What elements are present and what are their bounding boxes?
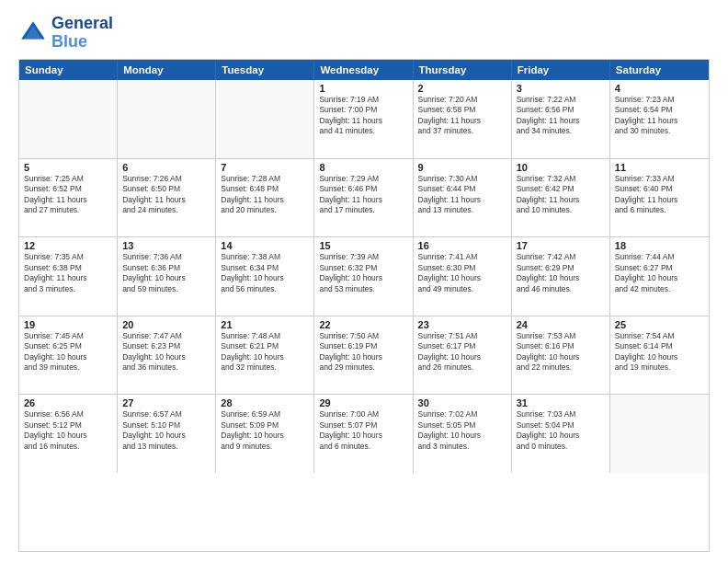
cal-cell: 15Sunrise: 7:39 AM Sunset: 6:32 PM Dayli…	[314, 237, 413, 315]
cal-cell: 18Sunrise: 7:44 AM Sunset: 6:27 PM Dayli…	[610, 237, 709, 315]
cal-cell: 13Sunrise: 7:36 AM Sunset: 6:36 PM Dayli…	[118, 237, 216, 315]
day-info: Sunrise: 6:57 AM Sunset: 5:10 PM Dayligh…	[122, 409, 210, 452]
day-info: Sunrise: 6:56 AM Sunset: 5:12 PM Dayligh…	[24, 409, 112, 452]
cal-cell: 22Sunrise: 7:50 AM Sunset: 6:19 PM Dayli…	[314, 316, 413, 394]
day-number: 17	[517, 240, 605, 251]
day-number: 28	[221, 397, 309, 408]
day-info: Sunrise: 7:28 AM Sunset: 6:48 PM Dayligh…	[221, 174, 309, 216]
weekday-wednesday: Wednesday	[314, 60, 413, 80]
day-number: 7	[221, 162, 309, 173]
cal-cell: 7Sunrise: 7:28 AM Sunset: 6:48 PM Daylig…	[216, 159, 314, 236]
cal-cell: 14Sunrise: 7:38 AM Sunset: 6:34 PM Dayli…	[216, 237, 314, 315]
cal-cell: 29Sunrise: 7:00 AM Sunset: 5:07 PM Dayli…	[314, 395, 413, 472]
cal-cell: 24Sunrise: 7:53 AM Sunset: 6:16 PM Dayli…	[512, 316, 610, 394]
day-info: Sunrise: 7:19 AM Sunset: 7:00 PM Dayligh…	[319, 95, 407, 137]
cal-row-1: 5Sunrise: 7:25 AM Sunset: 6:52 PM Daylig…	[19, 158, 709, 236]
day-number: 16	[418, 240, 506, 251]
weekday-thursday: Thursday	[414, 60, 512, 80]
day-number: 23	[418, 319, 506, 330]
day-number: 26	[24, 397, 112, 408]
cal-row-3: 19Sunrise: 7:45 AM Sunset: 6:25 PM Dayli…	[19, 316, 709, 394]
day-info: Sunrise: 7:03 AM Sunset: 5:04 PM Dayligh…	[517, 409, 605, 452]
weekday-tuesday: Tuesday	[216, 60, 314, 80]
day-info: Sunrise: 6:59 AM Sunset: 5:09 PM Dayligh…	[221, 409, 309, 452]
cal-cell: 6Sunrise: 7:26 AM Sunset: 6:50 PM Daylig…	[118, 159, 216, 236]
day-info: Sunrise: 7:20 AM Sunset: 6:58 PM Dayligh…	[418, 95, 506, 137]
cal-cell: 16Sunrise: 7:41 AM Sunset: 6:30 PM Dayli…	[414, 237, 512, 315]
cal-cell: 31Sunrise: 7:03 AM Sunset: 5:04 PM Dayli…	[512, 395, 610, 472]
cal-cell: 20Sunrise: 7:47 AM Sunset: 6:23 PM Dayli…	[118, 316, 216, 394]
cal-cell: 4Sunrise: 7:23 AM Sunset: 6:54 PM Daylig…	[610, 80, 709, 158]
cal-cell: 23Sunrise: 7:51 AM Sunset: 6:17 PM Dayli…	[414, 316, 512, 394]
day-number: 24	[517, 319, 605, 330]
cal-cell	[216, 80, 314, 158]
day-info: Sunrise: 7:23 AM Sunset: 6:54 PM Dayligh…	[615, 95, 704, 137]
header: General Blue	[18, 15, 710, 52]
day-number: 6	[122, 162, 210, 173]
cal-row-4: 26Sunrise: 6:56 AM Sunset: 5:12 PM Dayli…	[19, 394, 709, 472]
cal-cell: 10Sunrise: 7:32 AM Sunset: 6:42 PM Dayli…	[512, 159, 610, 236]
day-number: 8	[319, 162, 407, 173]
cal-cell: 2Sunrise: 7:20 AM Sunset: 6:58 PM Daylig…	[414, 80, 512, 158]
cal-cell: 17Sunrise: 7:42 AM Sunset: 6:29 PM Dayli…	[512, 237, 610, 315]
logo-icon	[18, 18, 48, 48]
day-info: Sunrise: 7:53 AM Sunset: 6:16 PM Dayligh…	[517, 331, 605, 373]
day-info: Sunrise: 7:39 AM Sunset: 6:32 PM Dayligh…	[319, 252, 407, 294]
cal-cell: 28Sunrise: 6:59 AM Sunset: 5:09 PM Dayli…	[216, 395, 314, 472]
cal-cell	[19, 80, 118, 158]
cal-cell: 3Sunrise: 7:22 AM Sunset: 6:56 PM Daylig…	[512, 80, 610, 158]
day-number: 3	[517, 83, 605, 94]
cal-cell	[610, 395, 709, 472]
cal-cell: 8Sunrise: 7:29 AM Sunset: 6:46 PM Daylig…	[314, 159, 413, 236]
day-info: Sunrise: 7:36 AM Sunset: 6:36 PM Dayligh…	[122, 252, 210, 294]
cal-cell: 9Sunrise: 7:30 AM Sunset: 6:44 PM Daylig…	[414, 159, 512, 236]
day-info: Sunrise: 7:02 AM Sunset: 5:05 PM Dayligh…	[418, 409, 506, 452]
day-number: 29	[319, 397, 407, 408]
logo: General Blue	[18, 15, 113, 52]
cal-cell: 27Sunrise: 6:57 AM Sunset: 5:10 PM Dayli…	[118, 395, 216, 472]
day-info: Sunrise: 7:29 AM Sunset: 6:46 PM Dayligh…	[319, 174, 407, 216]
day-number: 13	[122, 240, 210, 251]
logo-text: General Blue	[51, 15, 113, 52]
day-number: 25	[615, 319, 704, 330]
cal-cell	[118, 80, 216, 158]
day-number: 20	[122, 319, 210, 330]
day-info: Sunrise: 7:44 AM Sunset: 6:27 PM Dayligh…	[615, 252, 704, 294]
weekday-saturday: Saturday	[610, 60, 709, 80]
day-info: Sunrise: 7:25 AM Sunset: 6:52 PM Dayligh…	[24, 174, 112, 216]
day-number: 30	[418, 397, 506, 408]
weekday-sunday: Sunday	[19, 60, 118, 80]
day-info: Sunrise: 7:22 AM Sunset: 6:56 PM Dayligh…	[517, 95, 605, 137]
day-info: Sunrise: 7:50 AM Sunset: 6:19 PM Dayligh…	[319, 331, 407, 373]
day-number: 22	[319, 319, 407, 330]
calendar-header: SundayMondayTuesdayWednesdayThursdayFrid…	[19, 60, 709, 80]
cal-cell: 5Sunrise: 7:25 AM Sunset: 6:52 PM Daylig…	[19, 159, 118, 236]
cal-row-2: 12Sunrise: 7:35 AM Sunset: 6:38 PM Dayli…	[19, 236, 709, 315]
day-info: Sunrise: 7:48 AM Sunset: 6:21 PM Dayligh…	[221, 331, 309, 373]
cal-cell: 11Sunrise: 7:33 AM Sunset: 6:40 PM Dayli…	[610, 159, 709, 236]
calendar: SundayMondayTuesdayWednesdayThursdayFrid…	[18, 59, 710, 552]
cal-cell: 25Sunrise: 7:54 AM Sunset: 6:14 PM Dayli…	[610, 316, 709, 394]
day-number: 15	[319, 240, 407, 251]
day-number: 12	[24, 240, 112, 251]
day-info: Sunrise: 7:33 AM Sunset: 6:40 PM Dayligh…	[615, 174, 704, 216]
weekday-monday: Monday	[118, 60, 216, 80]
day-info: Sunrise: 7:54 AM Sunset: 6:14 PM Dayligh…	[615, 331, 704, 373]
day-number: 10	[517, 162, 605, 173]
day-number: 14	[221, 240, 309, 251]
day-info: Sunrise: 7:32 AM Sunset: 6:42 PM Dayligh…	[517, 174, 605, 216]
day-number: 2	[418, 83, 506, 94]
cal-cell: 26Sunrise: 6:56 AM Sunset: 5:12 PM Dayli…	[19, 395, 118, 472]
day-number: 18	[615, 240, 704, 251]
day-number: 11	[615, 162, 704, 173]
day-info: Sunrise: 7:51 AM Sunset: 6:17 PM Dayligh…	[418, 331, 506, 373]
day-info: Sunrise: 7:38 AM Sunset: 6:34 PM Dayligh…	[221, 252, 309, 294]
day-number: 27	[122, 397, 210, 408]
cal-cell: 30Sunrise: 7:02 AM Sunset: 5:05 PM Dayli…	[414, 395, 512, 472]
day-info: Sunrise: 7:42 AM Sunset: 6:29 PM Dayligh…	[517, 252, 605, 294]
day-info: Sunrise: 7:30 AM Sunset: 6:44 PM Dayligh…	[418, 174, 506, 216]
weekday-friday: Friday	[512, 60, 610, 80]
day-info: Sunrise: 7:00 AM Sunset: 5:07 PM Dayligh…	[319, 409, 407, 452]
day-number: 31	[517, 397, 605, 408]
cal-cell: 19Sunrise: 7:45 AM Sunset: 6:25 PM Dayli…	[19, 316, 118, 394]
